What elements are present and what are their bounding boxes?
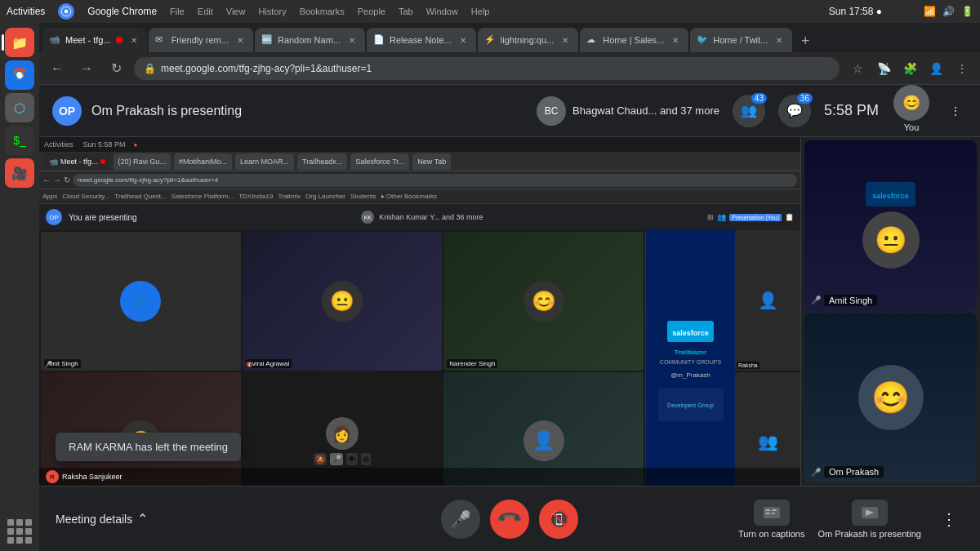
screen-share-panel: Activities Sun 5:58 PM ● 📹 Meet - tfg...… [39, 137, 800, 486]
nested-meet-favicon: 📹 [49, 158, 58, 166]
nested-presentation-badge: Presentation (You) [729, 214, 782, 221]
release-tab-close-icon[interactable]: ✕ [457, 33, 470, 47]
new-tab-button[interactable]: + [794, 29, 817, 52]
salesforce-logo-block: salesforce [667, 321, 714, 342]
profile-icon[interactable]: 👤 [924, 57, 947, 80]
nested-meet-topbar-bar: OP You are presenting KK Krishan Kumar Y… [39, 204, 800, 230]
sidebar-om-panel: 😊 🎤 Om Prakash [804, 313, 977, 483]
random-tab-close-icon[interactable]: ✕ [345, 33, 359, 47]
nested-tab-learn: Learn MOAR... [235, 153, 294, 170]
tab-close-icon[interactable]: ✕ [127, 33, 140, 47]
microphone-button[interactable]: 🎤 [441, 500, 480, 539]
os-menu-file[interactable]: File [170, 7, 185, 16]
lightning-tab-close-icon[interactable]: ✕ [559, 33, 572, 47]
os-menu-bookmarks[interactable]: Bookmarks [300, 7, 345, 16]
dock-chrome-icon[interactable] [5, 60, 34, 90]
activities-label[interactable]: Activities [7, 6, 45, 17]
nested-bookmarks-bar: Apps Cloud Security... Trailhead Quest..… [39, 189, 800, 204]
nested-browser-bar: 📹 Meet - tfg... (20) Ravi Gu... #Motihan… [39, 152, 800, 171]
svg-rect-4 [772, 509, 777, 511]
nested-tab-ravi: (20) Ravi Gu... [114, 153, 172, 170]
bookmark-star-icon[interactable]: ☆ [846, 57, 869, 80]
os-menu-window[interactable]: Window [426, 7, 458, 16]
sales-tab-label: Home | Sales... [603, 35, 664, 45]
nested-tab-salesforce: Salesforce Tr... [350, 153, 409, 170]
developers-group-text: Developers Group [667, 402, 714, 408]
end-call-button[interactable]: 📞 [490, 500, 529, 539]
tab-meet[interactable]: 📹 Meet - tfg... ✕ [42, 28, 147, 52]
back-button[interactable]: ← [46, 57, 69, 80]
camera-off-button[interactable]: 📵 [539, 500, 578, 539]
more-bottom-options-button[interactable]: ⋮ [934, 504, 964, 534]
more-options-meet-icon[interactable]: ⋮ [944, 100, 967, 122]
twitter-tab-label: Home / Twit... [713, 35, 768, 45]
amit-video-sim: salesforce 😐 [804, 140, 977, 311]
you-avatar: 😊 You [892, 85, 931, 137]
nav-right-icons: ☆ 📡 🧩 👤 ⋮ [846, 57, 973, 80]
tab-home-twitter[interactable]: 🐦 Home / Twit... ✕ [690, 28, 792, 52]
sales-tab-close-icon[interactable]: ✕ [669, 33, 682, 47]
nested-narender-name: Narender Singh [447, 359, 497, 368]
dock-files-icon[interactable]: 📁 [5, 28, 34, 57]
more-options-icon[interactable]: ⋮ [951, 57, 973, 80]
lightning-tab-label: lightning:qu... [501, 35, 554, 45]
dock-meet-icon[interactable]: 🎥 [5, 158, 34, 188]
meet-content: OP Om Prakash is presenting BC Bhagwat C… [39, 85, 980, 551]
developers-group-banner: Developers Group [658, 389, 724, 421]
presenting-info-button[interactable]: Om Prakash is presenting [817, 500, 921, 539]
os-menu-people[interactable]: People [358, 7, 385, 16]
os-menu-help[interactable]: Help [471, 7, 490, 16]
nested-amit-avatar: 👤 [120, 281, 161, 322]
bookmark-trailhead: Trailhead Quest... [114, 193, 166, 200]
amit-mic-icon: 🎤 [811, 295, 821, 304]
chat-button[interactable]: 💬 36 [778, 95, 811, 127]
nested-attendee-info: KK Krishan Kumar Y... and 36 more [361, 211, 483, 224]
nested-ravi-label: (20) Ravi Gu... [118, 158, 167, 166]
os-menu-edit[interactable]: Edit [198, 7, 213, 16]
cast-icon[interactable]: 📡 [872, 57, 895, 80]
clock-display: Sun 17:58 ● [829, 6, 882, 17]
nested-back-icon: ← [42, 176, 51, 184]
forward-button[interactable]: → [75, 57, 98, 80]
tab-lightning[interactable]: ⚡ lightning:qu... ✕ [478, 28, 578, 52]
friendly-tab-close-icon[interactable]: ✕ [234, 33, 247, 47]
meet-tab-label: Meet - tfg... [65, 35, 111, 45]
presenting-icon [852, 500, 888, 526]
sidebar-amit-panel: salesforce 😐 🎤 Amit Singh [804, 140, 977, 311]
tab-random[interactable]: 🔤 Random Nam... ✕ [255, 28, 365, 52]
pearl-avatar-face: 👩 [326, 417, 359, 450]
dock-grid-icon[interactable] [5, 517, 34, 546]
nested-address-bar: meet.google.com/tfg-zjhg-acy?pli=1&authu… [73, 174, 797, 187]
nested-krishan-text: Krishan Kumar Y... and 36 more [379, 213, 483, 221]
dock-terminal-icon[interactable]: $_ [5, 126, 34, 155]
app-grid-icon [5, 517, 34, 546]
extensions-puzzle-icon[interactable]: 🧩 [898, 57, 921, 80]
nested-side-p1-name: Raksha [737, 362, 760, 369]
you-label: You [904, 122, 920, 132]
os-menu-view[interactable]: View [226, 7, 246, 16]
raja-avatar-face: 👤 [523, 420, 564, 461]
refresh-button[interactable]: ↻ [105, 57, 127, 80]
os-menu-history[interactable]: History [258, 7, 286, 16]
captions-button[interactable]: Turn on captions [738, 500, 805, 539]
om-face-avatar: 😊 [858, 365, 924, 430]
lock-icon: 🔒 [144, 63, 156, 74]
captions-label: Turn on captions [738, 529, 805, 539]
aviral-avatar-face: 😐 [322, 281, 363, 322]
bookmark-trailmix: Trailmix [278, 193, 301, 200]
meeting-details-button[interactable]: Meeting details ⌃ [56, 511, 148, 527]
tab-release[interactable]: 📄 Release Note... ✕ [367, 28, 476, 52]
participants-button[interactable]: 👥 43 [733, 95, 765, 127]
tab-home-sales[interactable]: ☁ Home | Sales... ✕ [580, 28, 688, 52]
nested-amit-mic-icon: 🎤 [44, 361, 52, 368]
svg-rect-3 [765, 509, 770, 511]
twitter-tab-close-icon[interactable]: ✕ [773, 33, 786, 47]
tab-friendly[interactable]: ✉ Friendly rem... ✕ [149, 28, 253, 52]
address-bar[interactable]: 🔒 meet.google.com/tfg-zjhg-acy?pli=1&aut… [134, 57, 840, 80]
dock-vscode-icon[interactable]: ⬡ [5, 93, 34, 122]
nested-learn-label: Learn MOAR... [240, 158, 289, 166]
pearl-mic-on-icon: 🎤 [330, 453, 343, 465]
nested-address-text: meet.google.com/tfg-zjhg-acy?pli=1&authu… [78, 176, 218, 184]
bookmark-students: Students [350, 193, 376, 200]
os-menu-tab[interactable]: Tab [399, 7, 413, 16]
